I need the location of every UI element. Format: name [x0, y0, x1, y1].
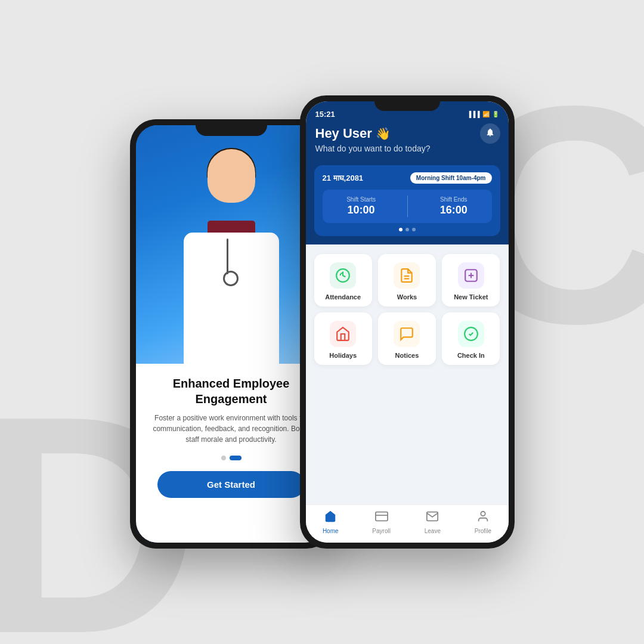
stethoscope-icon: [221, 239, 256, 286]
shift-end-label: Shift Ends: [440, 196, 467, 203]
status-icons: ▐▐▐ 📶 🔋: [467, 111, 499, 117]
bell-button[interactable]: [480, 123, 500, 144]
doctor-head: [208, 149, 255, 203]
nav-profile[interactable]: Profile: [475, 510, 491, 534]
greeting-text: Hey User 👋: [315, 126, 499, 141]
shift-card: 21 माघ,2081 Morning Shift 10am-4pm Shift…: [314, 165, 500, 236]
shift-start-block: Shift Starts 10:00: [346, 196, 376, 216]
notch-left: [196, 119, 267, 136]
nav-payroll[interactable]: Payroll: [372, 510, 391, 534]
greeting-emoji: 👋: [376, 127, 391, 140]
onboarding-dots: [148, 456, 315, 460]
holidays-label: Holidays: [329, 352, 357, 359]
grid-item-attendance[interactable]: Attendance: [314, 254, 372, 306]
bell-icon: [485, 128, 495, 140]
home-nav-icon: [324, 510, 337, 526]
works-icon-circle: [394, 262, 420, 289]
notch-right: [374, 95, 440, 111]
doctor-figure: [166, 143, 297, 364]
new-ticket-label: New Ticket: [454, 293, 488, 301]
nav-home[interactable]: Home: [323, 510, 339, 534]
wifi-icon: 📶: [482, 111, 490, 117]
card-dot-3: [412, 228, 416, 231]
svg-point-9: [481, 512, 485, 516]
onboarding-title: Enhanced Employee Engagement: [148, 376, 315, 407]
grid-item-new-ticket[interactable]: New Ticket: [442, 254, 500, 306]
shift-start-label: Shift Starts: [346, 196, 376, 203]
leave-nav-label: Leave: [425, 528, 441, 534]
shift-date: 21 माघ,2081: [323, 174, 364, 183]
shift-top-row: 21 माघ,2081 Morning Shift 10am-4pm: [323, 172, 492, 184]
grid-item-check-in[interactable]: Check In: [442, 312, 500, 365]
battery-icon: 🔋: [492, 111, 499, 117]
home-nav-label: Home: [323, 528, 339, 534]
profile-nav-icon: [476, 510, 490, 526]
payroll-nav-label: Payroll: [372, 528, 391, 534]
grid-row-2: Holidays Notices: [314, 312, 500, 365]
phone-right-screen: 15:21 ▐▐▐ 📶 🔋 Hey User: [306, 101, 509, 543]
svg-rect-7: [376, 512, 388, 521]
onboarding-desc: Foster a positive work environment with …: [148, 413, 315, 445]
grid-row-1: Attendance Works: [314, 254, 500, 306]
grid-item-holidays[interactable]: Holidays: [314, 312, 372, 365]
bottom-nav: Home Payroll: [306, 504, 509, 543]
phones-container: Enhanced Employee Engagement Foster a po…: [130, 95, 515, 549]
grid-item-works[interactable]: Works: [378, 254, 436, 306]
app-header: Hey User 👋 What do you want to do today?: [306, 121, 509, 165]
leave-nav-icon: [426, 510, 439, 526]
works-label: Works: [397, 293, 417, 301]
dot-2-active: [230, 456, 242, 460]
notices-icon-circle: [394, 321, 420, 347]
shift-section: 21 माघ,2081 Morning Shift 10am-4pm Shift…: [306, 165, 509, 244]
check-in-label: Check In: [457, 352, 485, 359]
grid-item-notices[interactable]: Notices: [378, 312, 436, 365]
ticket-icon-circle: [458, 262, 484, 289]
shift-start-value: 10:00: [346, 204, 376, 216]
shift-badge: Morning Shift 10am-4pm: [410, 172, 492, 184]
notices-label: Notices: [395, 352, 419, 359]
nav-leave[interactable]: Leave: [425, 510, 441, 534]
status-time: 15:21: [315, 110, 335, 119]
profile-nav-label: Profile: [475, 528, 491, 534]
phone-right: 15:21 ▐▐▐ 📶 🔋 Hey User: [300, 95, 515, 549]
hero-image: [136, 125, 327, 364]
shift-times-row: Shift Starts 10:00 Shift Ends 16:00: [323, 190, 492, 223]
shift-divider: [407, 196, 408, 217]
signal-icon: ▐▐▐: [467, 111, 479, 117]
card-dot-1-active: [399, 228, 402, 231]
phone-left-screen: Enhanced Employee Engagement Foster a po…: [136, 125, 327, 543]
holidays-icon-circle: [330, 321, 356, 347]
shift-end-value: 16:00: [440, 204, 467, 216]
payroll-nav-icon: [375, 510, 388, 526]
checkin-icon-circle: [458, 321, 484, 347]
card-dot-2: [405, 228, 409, 231]
onboarding-card: Enhanced Employee Engagement Foster a po…: [136, 364, 327, 543]
attendance-label: Attendance: [325, 293, 361, 301]
get-started-button[interactable]: Get Started: [157, 471, 304, 498]
subtitle-text: What do you want to do today?: [315, 144, 499, 153]
shift-end-block: Shift Ends 16:00: [440, 196, 467, 216]
attendance-icon-circle: [330, 262, 356, 289]
card-dots: [323, 228, 492, 231]
grid-section: Attendance Works: [306, 244, 509, 504]
dot-1: [221, 456, 226, 460]
